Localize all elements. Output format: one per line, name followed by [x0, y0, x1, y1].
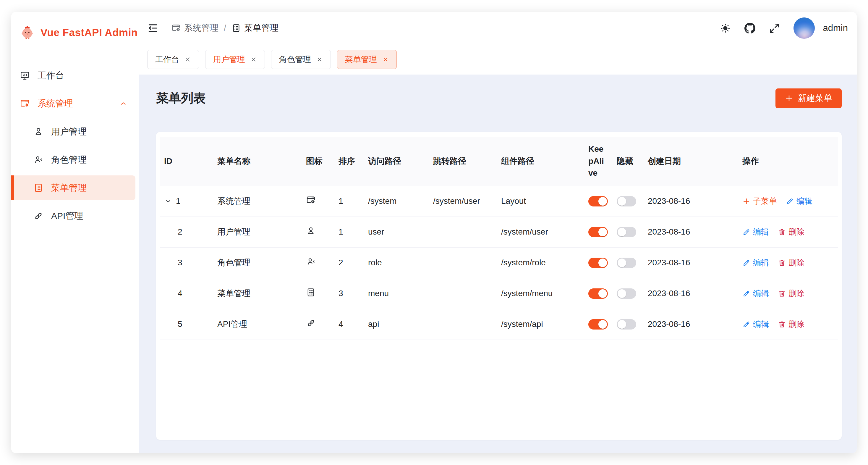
- tab-workbench[interactable]: 工作台: [147, 50, 199, 69]
- pencil-icon: [786, 197, 794, 205]
- close-icon[interactable]: [316, 56, 323, 63]
- sidebar-item-label: 用户管理: [51, 126, 87, 138]
- hidden-toggle[interactable]: [617, 319, 636, 329]
- sidebar-item-menus[interactable]: 菜单管理: [11, 175, 135, 200]
- menu-icon: [306, 288, 316, 297]
- col-order: 排序: [334, 137, 364, 186]
- new-menu-button-label: 新建菜单: [798, 92, 832, 104]
- cell-path: api: [364, 309, 429, 340]
- breadcrumb: 系统管理 / 菜单管理: [172, 22, 278, 34]
- username[interactable]: admin: [823, 23, 848, 33]
- sidebar-item-label: 角色管理: [51, 154, 87, 166]
- keepalive-toggle[interactable]: [588, 288, 608, 299]
- table-header-row: ID 菜单名称 图标 排序 访问路径 跳转路径 组件路径 KeepAlive 隐…: [160, 137, 838, 186]
- pencil-icon: [742, 320, 750, 328]
- tab-menus[interactable]: 菜单管理: [337, 50, 397, 69]
- cell-id: 2: [164, 227, 182, 237]
- breadcrumb-item-system[interactable]: 系统管理: [172, 22, 218, 34]
- new-menu-button[interactable]: 新建菜单: [775, 88, 842, 108]
- tab-bar: 工作台 用户管理 角色管理 菜单管理: [139, 45, 857, 75]
- hidden-toggle[interactable]: [617, 258, 636, 268]
- cell-date: 2023-08-16: [644, 216, 738, 247]
- table-row: 3 角色管理 2 role /system/role 2023-08-16 编: [160, 247, 838, 278]
- sidebar-item-apis[interactable]: API管理: [11, 204, 135, 228]
- cell-name: 系统管理: [213, 186, 302, 216]
- tab-roles[interactable]: 角色管理: [271, 50, 331, 69]
- github-icon[interactable]: [744, 23, 755, 34]
- trash-icon: [778, 320, 786, 328]
- add-submenu-button[interactable]: 子菜单: [742, 196, 777, 206]
- chicken-logo-icon: [20, 25, 35, 40]
- delete-button[interactable]: 删除: [778, 227, 804, 237]
- cell-order: 2: [334, 247, 364, 278]
- hidden-toggle[interactable]: [617, 227, 636, 237]
- edit-button[interactable]: 编辑: [742, 288, 769, 299]
- close-icon[interactable]: [382, 56, 389, 63]
- cell-date: 2023-08-16: [644, 309, 738, 340]
- close-icon[interactable]: [250, 56, 257, 63]
- edit-label: 编辑: [753, 257, 769, 268]
- cell-date: 2023-08-16: [644, 247, 738, 278]
- table-row: 1 系统管理 1 /system /system/user Layout 202…: [160, 186, 838, 216]
- breadcrumb-separator: /: [224, 23, 226, 33]
- edit-label: 编辑: [753, 227, 769, 237]
- delete-label: 删除: [788, 288, 804, 299]
- delete-button[interactable]: 删除: [778, 319, 804, 329]
- edit-label: 编辑: [753, 319, 769, 329]
- delete-label: 删除: [788, 227, 804, 237]
- close-icon[interactable]: [184, 56, 191, 63]
- keepalive-toggle[interactable]: [588, 319, 608, 329]
- col-id: ID: [160, 137, 213, 186]
- cell-redirect: [429, 278, 497, 309]
- keepalive-toggle[interactable]: [588, 258, 608, 268]
- cell-order: 1: [334, 216, 364, 247]
- hidden-toggle[interactable]: [617, 288, 636, 299]
- expand-row-icon[interactable]: [164, 197, 173, 205]
- breadcrumb-label: 系统管理: [184, 22, 218, 34]
- theme-sun-icon[interactable]: [720, 23, 731, 34]
- sidebar-item-roles[interactable]: 角色管理: [11, 147, 135, 172]
- delete-button[interactable]: 删除: [778, 288, 804, 299]
- cell-name: 菜单管理: [213, 278, 302, 309]
- menu-list-icon: [231, 23, 241, 33]
- edit-button[interactable]: 编辑: [742, 257, 769, 268]
- app-logo[interactable]: Vue FastAPI Admin: [11, 16, 139, 49]
- page-title: 菜单列表: [156, 90, 206, 107]
- api-icon: [306, 318, 316, 328]
- delete-button[interactable]: 删除: [778, 257, 804, 268]
- sidebar-item-label: 工作台: [37, 69, 64, 82]
- plus-icon: [742, 197, 750, 205]
- cell-redirect: /system/user: [429, 186, 497, 216]
- menu-table: ID 菜单名称 图标 排序 访问路径 跳转路径 组件路径 KeepAlive 隐…: [160, 137, 838, 340]
- tab-users[interactable]: 用户管理: [205, 50, 265, 69]
- sidebar: Vue FastAPI Admin 工作台 系统管理 用户管理 角色管理: [11, 12, 139, 453]
- keepalive-toggle[interactable]: [588, 196, 608, 206]
- col-actions: 操作: [738, 137, 838, 186]
- breadcrumb-label: 菜单管理: [244, 22, 278, 34]
- sidebar-item-workbench[interactable]: 工作台: [11, 63, 135, 88]
- collapse-sidebar-icon[interactable]: [147, 23, 158, 34]
- header-actions: admin: [720, 18, 848, 39]
- cell-path: menu: [364, 278, 429, 309]
- cell-date: 2023-08-16: [644, 186, 738, 216]
- cell-id: 1: [176, 196, 181, 206]
- add-submenu-label: 子菜单: [753, 196, 777, 206]
- pencil-icon: [742, 259, 750, 267]
- edit-button[interactable]: 编辑: [786, 196, 812, 206]
- tab-label: 角色管理: [279, 54, 311, 65]
- tab-label: 菜单管理: [345, 54, 377, 65]
- keepalive-toggle[interactable]: [588, 227, 608, 237]
- system-settings-icon: [20, 98, 30, 109]
- cell-redirect: [429, 216, 497, 247]
- edit-button[interactable]: 编辑: [742, 227, 769, 237]
- edit-button[interactable]: 编辑: [742, 319, 769, 329]
- breadcrumb-item-menus[interactable]: 菜单管理: [231, 22, 278, 34]
- cell-id: 4: [164, 289, 182, 298]
- sidebar-item-system[interactable]: 系统管理: [11, 91, 135, 116]
- main-area: 系统管理 / 菜单管理 admin 工作台: [139, 12, 857, 453]
- fullscreen-icon[interactable]: [769, 23, 780, 34]
- hidden-toggle[interactable]: [617, 196, 636, 206]
- sidebar-item-users[interactable]: 用户管理: [11, 119, 135, 144]
- edit-label: 编辑: [753, 288, 769, 299]
- avatar[interactable]: [794, 18, 815, 39]
